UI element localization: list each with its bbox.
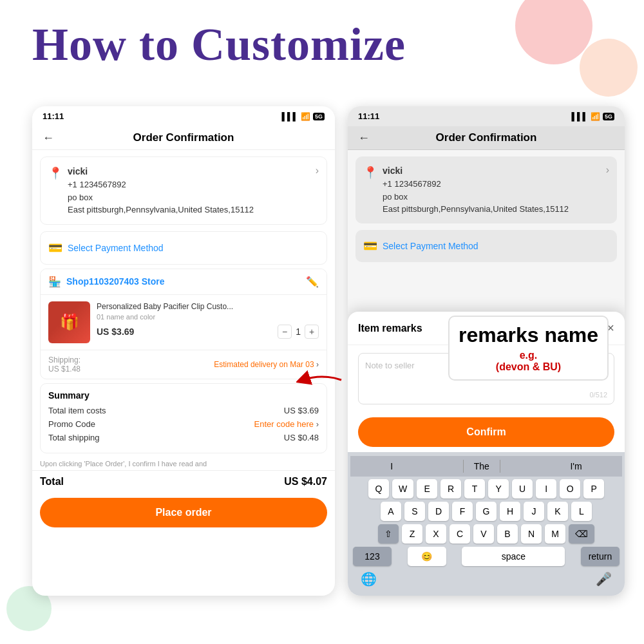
key-r[interactable]: R (440, 479, 461, 498)
mic-icon[interactable]: 🎤 (596, 571, 612, 587)
summary-title: Summary (48, 390, 319, 401)
key-g[interactable]: G (476, 502, 497, 521)
disclaimer-text: Upon clicking 'Place Order', I confirm I… (32, 457, 335, 470)
key-k[interactable]: K (547, 502, 568, 521)
payment-card-dark[interactable]: 💳 Select Payment Method (355, 230, 617, 262)
key-p[interactable]: P (583, 479, 604, 498)
location-icon: 📍 (48, 166, 62, 180)
key-e[interactable]: E (417, 479, 437, 498)
total-shipping-value: US $0.48 (284, 433, 319, 442)
address-card-dark[interactable]: 📍 vicki +1 1234567892 po box East pittsb… (355, 156, 617, 223)
remarks-name-text: remarks name (459, 323, 598, 347)
key-n[interactable]: N (521, 524, 542, 544)
payment-icon-right: 💳 (363, 239, 377, 253)
key-backspace[interactable]: ⌫ (569, 524, 594, 544)
key-y[interactable]: Y (488, 479, 509, 498)
key-v[interactable]: V (473, 524, 494, 544)
shipping-row: Shipping: US $1.48 Estimated delivery on… (41, 350, 327, 379)
key-a[interactable]: A (381, 502, 401, 521)
place-order-button[interactable]: Place order (40, 498, 327, 527)
edit-icon[interactable]: ✏️ (306, 276, 319, 288)
qty-value: 1 (296, 327, 301, 337)
header-title-right: Order Confirmation (436, 131, 537, 144)
store-section: 🏪 Shop1103207403 Store ✏️ 🎁 Personalized… (40, 269, 327, 379)
status-bar-right: 11:11 ▌▌▌ 📶 5G (348, 106, 625, 126)
phone-header-right: ← Order Confirmation (348, 126, 625, 150)
promo-value[interactable]: Enter code here › (254, 419, 319, 429)
product-image: 🎁 (48, 301, 90, 343)
key-u[interactable]: U (512, 479, 533, 498)
phone-content-left: 📍 vicki +1 1234567892 po box East pittsb… (32, 156, 335, 533)
total-shipping-row: Total shipping US $0.48 (48, 433, 319, 442)
on-screen-keyboard: I The I'm Q W E R T Y U I O P A S D F (348, 452, 625, 596)
key-j[interactable]: J (524, 502, 544, 521)
note-to-seller-placeholder[interactable]: Note to seller (365, 361, 415, 370)
back-button-left[interactable]: ← (43, 131, 54, 145)
status-time-left: 11:11 (43, 111, 64, 121)
total-item-value: US $3.69 (284, 406, 319, 415)
key-z[interactable]: Z (402, 524, 422, 544)
key-t[interactable]: T (464, 479, 485, 498)
phone-header-left: ← Order Confirmation (32, 126, 335, 150)
address-phone-right: +1 1234567892 (383, 178, 601, 191)
confirm-button[interactable]: Confirm (358, 417, 614, 447)
key-123[interactable]: 123 (353, 547, 392, 566)
payment-card[interactable]: 💳 Select Payment Method (40, 231, 327, 265)
key-h[interactable]: H (500, 502, 520, 521)
remarks-annotation-box: remarks name e.g. (devon & BU) (448, 316, 609, 381)
key-emoji[interactable]: 😊 (408, 547, 446, 566)
address-phone: +1 1234567892 (68, 178, 310, 191)
payment-label: Select Payment Method (68, 243, 164, 253)
key-d[interactable]: D (428, 502, 449, 521)
globe-icon[interactable]: 🌐 (361, 571, 377, 587)
key-i[interactable]: I (536, 479, 556, 498)
suggestion-i[interactable]: I (380, 460, 403, 473)
suggestion-the[interactable]: The (463, 460, 500, 473)
key-l[interactable]: L (571, 502, 592, 521)
qty-controls: − 1 + (278, 325, 319, 339)
suggestion-im[interactable]: I'm (560, 460, 592, 473)
key-w[interactable]: W (392, 479, 413, 498)
key-o[interactable]: O (560, 479, 580, 498)
status-time-right: 11:11 (358, 111, 379, 121)
signal-icon-right: ▌▌▌ (571, 112, 588, 121)
total-label: Total (40, 476, 64, 488)
address-pobox: po box (68, 191, 310, 204)
qty-decrease-button[interactable]: − (278, 325, 292, 339)
wifi-icon-right: 📶 (591, 112, 600, 121)
5g-badge-right: 5G (603, 113, 614, 120)
keyboard-row-2: A S D F G H J K L (350, 502, 622, 521)
key-x[interactable]: X (426, 524, 446, 544)
chevron-right-icon-right: › (606, 164, 609, 176)
qty-increase-button[interactable]: + (305, 325, 319, 339)
address-info: vicki +1 1234567892 po box East pittsbur… (68, 165, 310, 216)
shipping-label: Shipping: US $1.48 (48, 355, 80, 374)
address-pobox-right: po box (383, 191, 601, 204)
payment-icon: 💳 (48, 241, 62, 255)
product-row: 🎁 Personalized Baby Pacifier Clip Custo.… (41, 295, 327, 350)
back-button-right[interactable]: ← (358, 131, 370, 145)
product-name: Personalized Baby Pacifier Clip Custo... (97, 301, 319, 312)
key-q[interactable]: Q (368, 479, 389, 498)
key-f[interactable]: F (452, 502, 473, 521)
key-c[interactable]: C (450, 524, 470, 544)
key-shift[interactable]: ⇧ (378, 524, 399, 544)
product-price: US $3.69 (97, 327, 134, 337)
bg-decoration-peach (580, 39, 638, 97)
phone-content-right: 📍 vicki +1 1234567892 po box East pittsb… (348, 156, 625, 262)
key-space[interactable]: space (462, 547, 565, 566)
address-card[interactable]: 📍 vicki +1 1234567892 po box East pittsb… (40, 156, 327, 225)
key-return[interactable]: return (581, 547, 620, 566)
promo-row[interactable]: Promo Code Enter code here › (48, 419, 319, 429)
total-row: Total US $4.07 (32, 470, 335, 493)
key-m[interactable]: M (545, 524, 565, 544)
page-title: How to Customize (32, 18, 406, 71)
header-title-left: Order Confirmation (133, 131, 234, 144)
key-b[interactable]: B (497, 524, 518, 544)
key-s[interactable]: S (404, 502, 425, 521)
total-item-row: Total item costs US $3.69 (48, 406, 319, 415)
summary-section: Summary Total item costs US $3.69 Promo … (40, 383, 327, 453)
keyboard-row-1: Q W E R T Y U I O P (350, 479, 622, 498)
product-details: Personalized Baby Pacifier Clip Custo...… (97, 301, 319, 343)
store-name[interactable]: Shop1103207403 Store (66, 276, 165, 287)
